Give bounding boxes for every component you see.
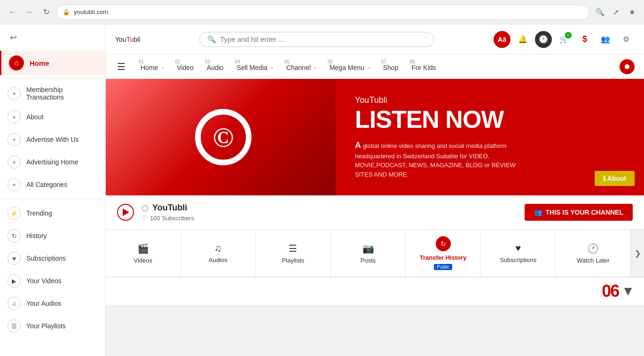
tabs-next-arrow[interactable]: ❯ [631,230,644,277]
sidebar-item-your-playlists[interactable]: ☰ Your Playlists [0,315,105,337]
tab-transfer-history[interactable]: ↻ Transfer History Public [406,230,481,277]
hamburger-menu[interactable]: ☰ [115,59,127,74]
about-button[interactable]: ℹ About [595,171,635,186]
sidebar-item-subscriptions[interactable]: ♥ Subscriptions [0,247,105,270]
sidebar-item-membership[interactable]: + Membership Transactions [0,81,105,106]
logo-you: You [115,36,126,43]
sidebar-item-label-your-videos: Your Videos [26,277,62,285]
sidebar-item-history[interactable]: ↻ History [0,224,105,247]
header-icons: Aā 🔔 🕐 🛒 0 $ 👥 ⚙ [494,31,635,48]
browser-share-icon[interactable]: ➚ [609,6,622,19]
tab-posts[interactable]: 📷 Posts [331,230,406,277]
nav-num-shop: 07 [381,59,386,64]
sidebar-item-label-subscriptions: Subscriptions [26,255,66,262]
channel-name: YouTubli [152,203,187,213]
nav-item-video[interactable]: 02 Video [171,58,199,75]
lock-icon: 🔒 [63,8,70,15]
settings-icon: ⚙ [623,35,629,44]
sidebar-item-trending[interactable]: ⚡ Trending [0,202,105,224]
hero-section: © YouTubli LISTEN NOW A global online vi… [106,79,644,195]
site-header: You Tu bli 🔍 Aā 🔔 🕐 🛒 0 [106,24,644,54]
channel-play-button[interactable] [117,204,134,221]
sidebar-item-all-categories[interactable]: + All Categories [0,173,105,196]
browser-bookmark-icon[interactable]: ★ [625,6,638,19]
sidebar-item-about[interactable]: + About [0,106,105,128]
advertise-icon: + [8,133,21,146]
nav-item-for-kids[interactable]: 08 For Kids [406,58,441,75]
search-icon: 🔍 [207,35,216,44]
nav-item-shop[interactable]: 07 Shop [377,58,404,75]
sidebar-item-label-about: About [26,113,44,121]
sidebar-item-advertising-home[interactable]: + Advertising Home [0,151,105,173]
tab-subscriptions[interactable]: ♥ Subscriptions [481,230,556,277]
posts-tab-label: Posts [361,257,376,264]
people-icon: 👥 [601,35,610,44]
forward-button[interactable]: → [23,6,36,19]
sidebar-home-label: Home [30,59,49,67]
bottom-number: 06 [602,281,619,301]
channel-name-section: ◯ YouTubli ♡ 100 Subscribers [141,203,194,222]
reload-button[interactable]: ↻ [39,6,53,19]
sidebar-item-advertise[interactable]: + Advertise With Us [0,128,105,151]
subscriptions-tab-label: Subscriptions [500,256,536,263]
subscriptions-tab-icon: ♥ [515,243,521,254]
nav-item-home[interactable]: 01 Home [135,58,169,75]
user-avatar-button[interactable]: Aā [494,31,510,48]
dollar-button[interactable]: $ [576,31,593,48]
tab-watch-later[interactable]: 🕐 Watch Later [556,230,631,277]
channel-info-left: ◯ YouTubli ♡ 100 Subscribers [117,203,194,222]
cart-button[interactable]: 🛒 0 [556,31,573,48]
nav-item-mega-menu[interactable]: 06 Mega Menu [324,58,376,75]
people-button[interactable]: 👥 [597,31,614,48]
watch-later-tab-label: Watch Later [577,257,610,264]
hero-headline: LISTEN NOW [355,107,625,132]
nav-dot-channel [314,67,316,69]
nav-item-channel[interactable]: 05 Channel [281,58,322,75]
cart-badge: 0 [565,32,572,39]
nav-item-sell-media[interactable]: 04 Sell Media [231,58,279,75]
browser-search-icon[interactable]: 🔍 [593,6,606,19]
subscriber-count: 100 Subscribers [150,215,194,222]
this-is-your-channel-button[interactable]: 👥 THIS IS YOUR CHANNEL [525,204,633,221]
nav-num-video: 02 [175,59,180,64]
sidebar-item-home[interactable]: ⌂ Home [0,51,105,75]
channel-btn-label: THIS IS YOUR CHANNEL [546,209,623,216]
channel-tabs: 🎬 Videos ♫ Audios ☰ Playlists 📷 Posts ↻ … [106,230,644,277]
tab-videos[interactable]: 🎬 Videos [106,230,181,277]
your-videos-icon: ▶ [8,274,21,287]
videos-tab-label: Videos [134,257,153,264]
back-button[interactable]: ← [6,6,19,19]
channel-info-bar: ◯ YouTubli ♡ 100 Subscribers 👥 THIS IS Y… [106,195,644,230]
clock-button[interactable]: 🕐 [535,31,552,48]
address-bar[interactable]: 🔒 youtubli.com [56,5,589,20]
settings-button[interactable]: ⚙ [618,31,635,48]
sidebar-item-your-audios[interactable]: ♫ Your Audios [0,292,105,315]
hero-logo-ring: © [195,109,251,165]
advertising-home-icon: + [8,155,21,169]
search-input[interactable] [220,35,426,43]
hero-left-panel: © [106,79,336,195]
tab-playlists[interactable]: ☰ Playlists [256,230,331,277]
sidebar-item-your-videos[interactable]: ▶ Your Videos [0,270,105,292]
about-icon: + [8,110,21,124]
sidebar-collapse-button[interactable]: ↩ [4,28,23,47]
clock-icon: 🕐 [539,35,548,44]
logo-tube: Tu [126,36,134,43]
bottom-arrow-icon: ▼ [621,284,635,299]
all-categories-icon: + [8,178,21,191]
sidebar-item-label-all-categories: All Categories [26,181,67,188]
record-button[interactable] [620,59,635,74]
trending-icon: ⚡ [8,207,21,220]
dollar-icon: $ [582,34,587,44]
nav-num-channel: 05 [284,59,290,64]
nav-item-audio[interactable]: 03 Audio [201,58,229,75]
nav-num-audio: 03 [205,59,210,64]
history-icon: ↻ [8,229,21,242]
main-content: You Tu bli 🔍 Aā 🔔 🕐 🛒 0 [106,24,644,356]
search-bar[interactable]: 🔍 [199,32,434,47]
logo: You Tu bli [115,36,140,43]
notification-bell-button[interactable]: 🔔 [514,31,531,48]
channel-subscribers: ♡ 100 Subscribers [141,215,194,222]
tab-audios[interactable]: ♫ Audios [181,230,256,277]
watch-later-tab-icon: 🕐 [587,243,599,254]
